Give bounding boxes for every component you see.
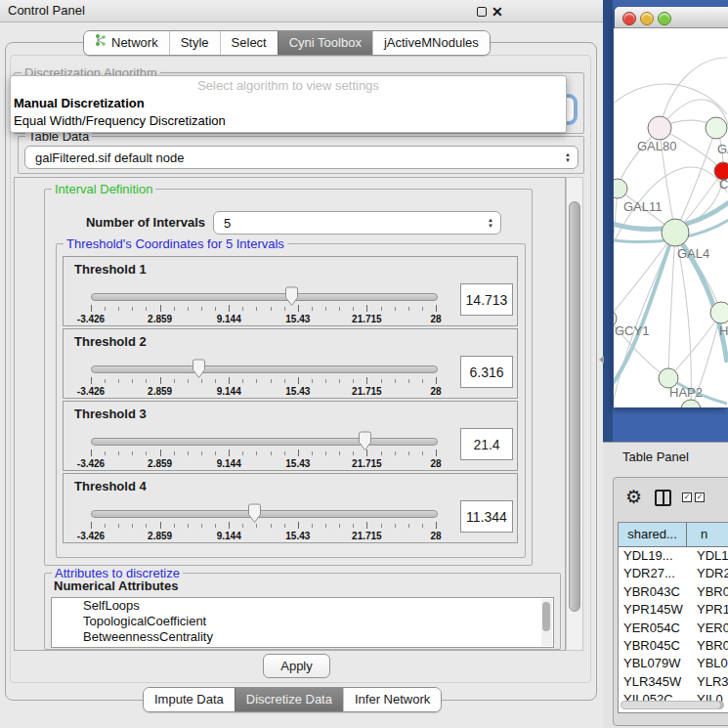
cell-shared-name[interactable]: YBR043C bbox=[619, 583, 691, 601]
table-data-value: galFiltered.sif default node bbox=[35, 147, 184, 168]
table-row[interactable]: YER054CYER0 bbox=[619, 620, 728, 637]
cell-name[interactable]: YER0 bbox=[691, 620, 728, 637]
network-edge[interactable] bbox=[614, 189, 618, 319]
algorithm-hint-option[interactable]: Select algorithm to view settings bbox=[11, 76, 566, 95]
close-icon[interactable]: ✕ bbox=[492, 1, 503, 22]
network-edge-highlighted[interactable] bbox=[614, 237, 672, 392]
algorithm-option[interactable]: Equal Width/Frequency Discretization bbox=[11, 112, 566, 130]
network-node[interactable] bbox=[681, 400, 701, 407]
table-data-combobox[interactable]: galFiltered.sif default node ▲▼ bbox=[24, 146, 578, 169]
tab-discretize-data[interactable]: Discretize Data bbox=[235, 688, 343, 711]
split-collapse-arrow-icon[interactable] bbox=[599, 356, 604, 364]
minor-tick bbox=[201, 379, 202, 383]
gear-icon[interactable]: ⚙ bbox=[625, 486, 642, 508]
network-node[interactable] bbox=[614, 179, 627, 198]
attribute-list-item[interactable]: SelfLoops bbox=[52, 598, 553, 614]
attribute-list-item[interactable]: TopologicalCoefficient bbox=[52, 614, 553, 629]
cell-shared-name[interactable]: YER054C bbox=[619, 620, 691, 637]
apply-button[interactable]: Apply bbox=[263, 654, 330, 678]
cell-shared-name[interactable]: YDR27... bbox=[619, 565, 691, 582]
tab-style[interactable]: Style bbox=[169, 31, 220, 55]
vertical-scrollbar[interactable] bbox=[566, 177, 583, 651]
network-canvas[interactable]: GAL80GAGAL11GAL4CGCY1HHAP2 bbox=[614, 28, 728, 407]
threshold-value-field[interactable]: 11.344 bbox=[460, 500, 513, 533]
cell-name[interactable]: YDR2 bbox=[691, 565, 728, 582]
slider-scale: -3.4262.8599.14415.4321.71528 bbox=[91, 522, 436, 541]
unselect-all-checkbox-icon[interactable]: ✓ bbox=[695, 492, 705, 502]
network-window-titlebar[interactable] bbox=[615, 7, 728, 28]
cell-name[interactable]: YBR0 bbox=[691, 637, 728, 655]
zoom-traffic-light[interactable] bbox=[658, 12, 671, 25]
horizontal-scrollbar[interactable] bbox=[621, 701, 724, 709]
tab-jactivemnodules[interactable]: jActiveMNodules bbox=[372, 31, 490, 55]
threshold-slider-track[interactable] bbox=[91, 365, 438, 373]
major-tick bbox=[229, 522, 230, 529]
cell-shared-name[interactable]: YPR145W bbox=[619, 601, 691, 619]
slider-thumb[interactable] bbox=[191, 359, 207, 379]
minor-tick bbox=[422, 524, 423, 528]
algorithm-option[interactable]: Manual Discretization bbox=[11, 95, 566, 112]
tab-infer-network[interactable]: Infer Network bbox=[343, 688, 441, 711]
minor-tick bbox=[174, 379, 175, 383]
threshold-value-field[interactable]: 21.4 bbox=[460, 428, 513, 460]
threshold-slider-track[interactable] bbox=[91, 438, 438, 446]
table-row[interactable]: YBL079WYBL0 bbox=[619, 655, 728, 672]
cell-shared-name[interactable]: YBR045C bbox=[619, 637, 691, 655]
network-edge[interactable] bbox=[614, 233, 675, 319]
cell-name[interactable]: YDL1 bbox=[691, 547, 728, 565]
tab-cyni-toolbox[interactable]: Cyni Toolbox bbox=[278, 31, 372, 55]
network-node[interactable] bbox=[710, 302, 728, 323]
network-edge[interactable] bbox=[668, 233, 675, 378]
table-browser: ⚙ ✓ ✓ shared... n YDL19...YDL1YDR27...YD… bbox=[613, 477, 728, 726]
minor-tick bbox=[256, 379, 257, 383]
threshold-value-field[interactable]: 14.713 bbox=[460, 283, 513, 316]
threshold-slider-track[interactable] bbox=[91, 510, 438, 518]
minor-tick bbox=[312, 307, 313, 311]
scrollbar-thumb[interactable] bbox=[542, 602, 550, 631]
float-window-icon[interactable] bbox=[477, 7, 487, 17]
tick-label: 21.715 bbox=[352, 386, 382, 397]
threshold-value-field[interactable]: 6.316 bbox=[460, 356, 513, 388]
tab-network[interactable]: Network bbox=[84, 31, 169, 55]
columns-icon[interactable] bbox=[655, 490, 671, 506]
select-all-checkbox-icon[interactable]: ✓ bbox=[682, 492, 692, 502]
network-node[interactable] bbox=[648, 116, 671, 140]
close-traffic-light[interactable] bbox=[622, 12, 636, 25]
tab-impute-data[interactable]: Impute Data bbox=[144, 688, 235, 711]
control-panel-titlebar: Control Panel ✕ bbox=[0, 0, 603, 22]
table-row[interactable]: YDL19...YDL1 bbox=[619, 547, 728, 565]
list-vertical-scrollbar[interactable] bbox=[541, 599, 552, 646]
cell-shared-name[interactable]: YLR345W bbox=[619, 673, 691, 691]
attribute-list-item[interactable]: BetweennessCentrality bbox=[52, 629, 553, 645]
cell-name[interactable]: YPR1 bbox=[691, 601, 728, 619]
cell-shared-name[interactable]: YDL19... bbox=[619, 547, 691, 565]
slider-thumb[interactable] bbox=[357, 431, 373, 451]
scrollbar-thumb[interactable] bbox=[569, 201, 580, 612]
minor-tick bbox=[188, 524, 189, 528]
network-node[interactable] bbox=[662, 219, 689, 246]
column-header-shared-name[interactable]: shared... bbox=[619, 523, 687, 546]
cell-name[interactable]: YLR3 bbox=[691, 673, 728, 691]
network-edge[interactable] bbox=[668, 313, 721, 378]
table-row[interactable]: YBR043CYBR0 bbox=[619, 583, 728, 601]
column-header-name[interactable]: n bbox=[687, 523, 728, 546]
tab-select[interactable]: Select bbox=[220, 31, 278, 55]
slider-thumb[interactable] bbox=[246, 503, 263, 524]
cell-shared-name[interactable]: YBL079W bbox=[619, 655, 691, 672]
scrollbar-thumb[interactable] bbox=[621, 702, 720, 708]
minimize-traffic-light[interactable] bbox=[640, 12, 654, 25]
combo-arrows-icon: ▲▼ bbox=[565, 147, 571, 168]
network-node[interactable] bbox=[706, 117, 727, 139]
cell-name[interactable]: YBL0 bbox=[691, 655, 728, 672]
table-row[interactable]: YBR045CYBR0 bbox=[619, 637, 728, 655]
threshold-slider-track[interactable] bbox=[91, 293, 438, 301]
number-of-intervals-spinner[interactable]: 5 ▲▼ bbox=[213, 211, 501, 235]
panel-divider[interactable] bbox=[603, 0, 613, 442]
slider-thumb[interactable] bbox=[283, 286, 300, 307]
table-row[interactable]: YDR27...YDR2 bbox=[619, 565, 728, 582]
table-row[interactable]: YLR345WYLR3 bbox=[619, 673, 728, 691]
numerical-attributes-list[interactable]: SelfLoopsTopologicalCoefficientBetweenne… bbox=[51, 597, 554, 648]
minor-tick bbox=[312, 451, 313, 455]
table-row[interactable]: YPR145WYPR1 bbox=[619, 601, 728, 619]
cell-name[interactable]: YBR0 bbox=[691, 583, 728, 601]
